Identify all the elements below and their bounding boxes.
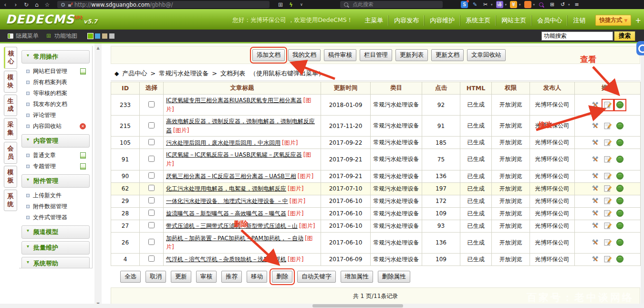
bookmark-star-icon[interactable]: ☆ (42, 1, 52, 8)
document-title-link[interactable]: 气浮机－溶气气浮机－杂质脱除机－浅层气浮机 (166, 256, 286, 263)
doc-publish-icon[interactable] (80, 163, 86, 170)
sidebar-tab-模板[interactable]: 模板 (4, 166, 17, 188)
translate-icon[interactable]: 译 (496, 1, 503, 8)
toolbar-button-更新列表[interactable]: 更新列表 (395, 49, 428, 61)
view-icon[interactable] (616, 209, 624, 218)
document-title-link[interactable]: 加药机－加药装置－PAC加药机－PAM加药机，－自动 (166, 235, 303, 242)
document-title-link[interactable]: 一体化污水处理设备、地埋式污水处理设备 －中 (166, 198, 288, 204)
batch-button-增加属性[interactable]: 增加属性 (341, 271, 373, 283)
row-checkbox[interactable] (148, 185, 155, 191)
cell-category[interactable]: 常规污水处理设备 (371, 149, 422, 170)
header-nav-item-会员中心[interactable]: 会员中心 (531, 15, 567, 26)
cell-category[interactable]: 常规污水处理设备 (371, 137, 422, 149)
sidebar-item-专题管理[interactable]: 专题管理 (21, 161, 91, 172)
sidebar-section-内容管理[interactable]: 内容管理 (21, 134, 90, 148)
sidebar-item-上传新文件[interactable]: 上传新文件 (21, 190, 91, 201)
cell-category[interactable]: 常规污水处理设备 (371, 116, 422, 137)
speed-mode-icon[interactable]: ϟ (286, 1, 296, 8)
sidebar-item-内容回收站[interactable]: 内容回收站✕ (21, 121, 91, 132)
row-checkbox[interactable] (148, 255, 155, 262)
menu-icon[interactable]: ≡ (573, 1, 581, 8)
view-icon[interactable] (616, 138, 624, 147)
row-checkbox[interactable] (148, 139, 155, 145)
sidebar-tab-采集[interactable]: 采集 (4, 118, 17, 140)
view-icon[interactable] (616, 222, 624, 230)
batch-button-删除属性[interactable]: 删除属性 (378, 271, 410, 283)
header-nav-item-注销[interactable]: 注销 (567, 15, 591, 26)
address-bar[interactable]: http://www.sdguangbo.com/gbhb@/ (57, 1, 270, 8)
view-icon[interactable] (616, 155, 624, 164)
edit-icon[interactable] (603, 155, 612, 164)
row-checkbox[interactable] (148, 172, 155, 179)
cell-category[interactable]: 常规污水处理设备 (371, 95, 422, 116)
row-checkbox[interactable] (148, 122, 155, 128)
toolbar-button-栏目管理[interactable]: 栏目管理 (360, 49, 392, 61)
sidebar-section-附件管理[interactable]: 附件管理 (21, 174, 90, 188)
sidebar-section-常用操作[interactable]: 常用操作 (21, 50, 90, 64)
theme-swatch[interactable] (102, 33, 107, 39)
edit-icon[interactable] (603, 197, 612, 205)
sidebar-item-网站栏目管理[interactable]: 网站栏目管理 (21, 66, 91, 77)
document-title-link[interactable]: IC厌氧罐专用三相分离器和UASB厌氧专用三相分离器 (166, 97, 302, 104)
sidebar-scrollbar[interactable]: ▲ ▼ (94, 43, 102, 308)
browser-search-box[interactable]: 点此搜索 (340, 1, 443, 8)
breadcrumb-part[interactable]: 文档列表 (220, 69, 245, 78)
attributes-icon[interactable] (591, 255, 600, 264)
attributes-icon[interactable] (591, 138, 600, 147)
edit-icon[interactable] (603, 122, 612, 130)
batch-button-删除[interactable]: 删除 (272, 271, 292, 283)
attributes-icon[interactable] (591, 222, 600, 230)
header-nav-item-主菜单[interactable]: 主菜单 (359, 15, 388, 26)
home-icon[interactable]: ⌂ (31, 1, 42, 8)
header-nav-item-内容发布[interactable]: 内容发布 (388, 15, 424, 26)
scissors-icon[interactable]: ✂ (482, 1, 489, 8)
doc-publish-icon[interactable] (80, 152, 86, 159)
toolbar-button-文章回收站[interactable]: 文章回收站 (467, 49, 506, 61)
sidebar-section-系统帮助[interactable]: 系统帮助 (21, 257, 90, 268)
cell-category[interactable]: 常规污水处理设备 (371, 182, 422, 195)
header-nav-item-网站主页[interactable]: 网站主页 (496, 15, 531, 26)
cell-category[interactable]: 常规污水处理设备 (371, 207, 422, 220)
attributes-icon[interactable] (591, 172, 600, 181)
hide-menu-button[interactable]: 隐藏菜单 (8, 32, 39, 40)
batch-button-取消[interactable]: 取消 (145, 271, 166, 283)
sidebar-section-频道模型[interactable]: 频道模型 (21, 225, 90, 239)
batch-button-全选[interactable]: 全选 (120, 271, 141, 283)
sidebar-tab-会员[interactable]: 会员 (4, 142, 17, 164)
function-map-button[interactable]: ⊞功能地图 (46, 32, 77, 40)
sidebar-section-批量维护[interactable]: 批量维护 (21, 241, 90, 255)
sidebar-item-附件数据管理[interactable]: 附件数据管理 (21, 201, 91, 212)
site-info-icon[interactable] (61, 3, 65, 7)
batch-button-移动[interactable]: 移动 (247, 271, 267, 283)
edit-icon[interactable] (603, 209, 612, 218)
notes-icon[interactable]: ✎ (471, 1, 478, 8)
row-checkbox[interactable] (148, 197, 155, 203)
scrollbar-thumb[interactable] (312, 304, 403, 308)
add-shortcut-icon[interactable]: + (635, 16, 641, 25)
sidebar-tab-系统[interactable]: 系统 (4, 190, 17, 212)
doc-publish-icon[interactable] (80, 68, 86, 74)
sidebar-item-我发布的文档[interactable]: 我发布的文档 (21, 99, 91, 110)
sidebar-item-评论管理[interactable]: 评论管理 (21, 110, 91, 121)
page-scrollbar-track[interactable] (641, 43, 644, 304)
shortcut-button[interactable]: 快捷方式 ▼ (595, 15, 631, 26)
view-icon[interactable] (616, 101, 624, 109)
attributes-icon[interactable] (591, 122, 600, 130)
back-icon[interactable]: ‹ (0, 1, 10, 8)
theme-swatch[interactable] (88, 33, 93, 39)
row-checkbox[interactable] (148, 239, 155, 245)
batch-button-审核[interactable]: 审核 (196, 271, 217, 283)
breadcrumb-part[interactable]: 常规污水处理设备 (159, 69, 208, 78)
edit-icon[interactable] (603, 238, 612, 247)
edit-icon[interactable] (603, 222, 612, 230)
sidebar-item-等审核的档案[interactable]: 等审核的档案 (21, 88, 91, 99)
forward-icon[interactable]: › (10, 1, 21, 8)
view-icon[interactable] (616, 255, 624, 264)
sidebar-item-文件式管理器[interactable]: 文件式管理器 (21, 212, 91, 223)
function-search-input[interactable] (541, 32, 613, 41)
edit-icon[interactable] (603, 172, 612, 181)
attributes-icon[interactable] (591, 209, 600, 218)
sogou-icon[interactable]: S (461, 1, 468, 8)
row-checkbox[interactable] (148, 156, 155, 162)
cell-category[interactable]: 常规污水处理设备 (371, 195, 422, 207)
